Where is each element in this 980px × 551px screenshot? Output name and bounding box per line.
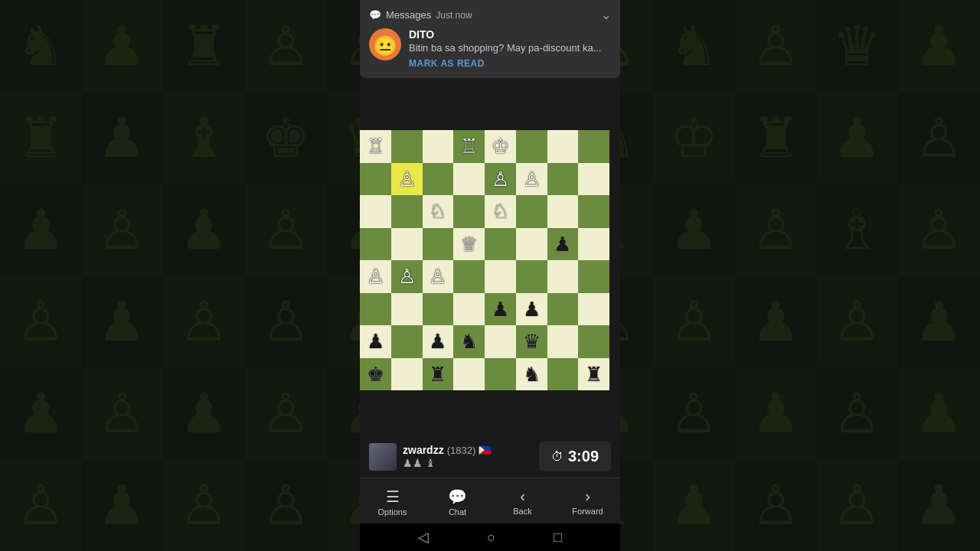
board-cell[interactable]: [485, 325, 516, 358]
mark-as-read-button[interactable]: MARK AS READ: [409, 58, 611, 69]
nav-chat[interactable]: 💬 Chat: [425, 487, 490, 517]
back-label: Back: [513, 507, 531, 516]
board-cell[interactable]: [578, 293, 609, 326]
board-cell[interactable]: ♟: [547, 228, 579, 261]
board-cell[interactable]: [485, 228, 516, 261]
board-cell[interactable]: [547, 260, 579, 293]
board-cell[interactable]: ♙: [485, 163, 516, 196]
board-cell[interactable]: ♛: [516, 325, 547, 358]
board-cell[interactable]: ♖: [360, 130, 391, 163]
nav-options[interactable]: ☰ Options: [360, 487, 425, 517]
board-cell[interactable]: [485, 260, 516, 293]
board-cell[interactable]: ♙: [391, 163, 423, 196]
board-cell[interactable]: [516, 195, 547, 228]
board-wrapper: ♖♖♔♙♙♙♘♘♕♟♙♙♙♟♟♟♟♞♛♚♜♞♜: [360, 130, 620, 390]
chess-piece: ♙: [429, 266, 446, 286]
board-cell[interactable]: [391, 358, 423, 391]
board-cell[interactable]: [391, 195, 423, 228]
board-cell[interactable]: [391, 130, 423, 163]
board-cell[interactable]: ♙: [360, 260, 391, 293]
notification-time: Just now: [436, 10, 472, 21]
board-cell[interactable]: ♟: [485, 293, 516, 326]
board-cell[interactable]: [360, 293, 391, 326]
avatar-face: 😐: [373, 36, 397, 56]
left-panel: [0, 0, 360, 551]
chess-piece: ♛: [523, 331, 541, 351]
chess-piece: ♕: [460, 234, 478, 254]
board-cell[interactable]: [547, 163, 579, 196]
board-cell[interactable]: ♙: [391, 260, 423, 293]
board-cell[interactable]: ♘: [423, 195, 454, 228]
system-home-button[interactable]: ○: [487, 530, 495, 546]
board-cell[interactable]: ♙: [516, 163, 547, 196]
chess-piece: ♖: [367, 136, 384, 156]
nav-forward[interactable]: › Forward: [555, 487, 620, 516]
board-cell[interactable]: ♖: [453, 130, 485, 163]
notification-content: DITO Bitin ba sa shopping? May pa-discou…: [409, 28, 611, 69]
board-cell[interactable]: [578, 260, 609, 293]
chess-piece: ♜: [429, 364, 446, 384]
board-cell[interactable]: ♘: [485, 195, 516, 228]
board-cell[interactable]: [453, 163, 485, 196]
timer-box: ⏱ 3:09: [539, 442, 611, 471]
board-cell[interactable]: ♚: [360, 358, 391, 391]
board-cell[interactable]: [547, 325, 579, 358]
board-cell[interactable]: [547, 358, 579, 391]
player-name: zwardzz: [403, 444, 444, 456]
chess-piece: ♙: [492, 169, 509, 189]
back-icon: ‹: [520, 487, 525, 505]
board-cell[interactable]: [578, 163, 609, 196]
notification-sender: DITO: [409, 28, 611, 41]
board-cell[interactable]: [485, 358, 516, 391]
board-cell[interactable]: ♟: [423, 325, 454, 358]
board-cell[interactable]: [453, 358, 485, 391]
board-cell[interactable]: ♟: [516, 293, 547, 326]
board-cell[interactable]: [516, 130, 547, 163]
options-icon: ☰: [386, 487, 400, 506]
board-cell[interactable]: [547, 195, 579, 228]
board-cell[interactable]: [423, 228, 454, 261]
board-cell[interactable]: ♔: [485, 130, 516, 163]
chess-piece: ♙: [398, 169, 416, 189]
board-cell[interactable]: [391, 293, 423, 326]
board-cell[interactable]: [453, 293, 485, 326]
board-cell[interactable]: [547, 293, 579, 326]
board-cell[interactable]: [578, 195, 609, 228]
board-cell[interactable]: ♕: [453, 228, 485, 261]
player-rating: (1832): [447, 445, 476, 456]
board-cell[interactable]: [391, 325, 423, 358]
board-cell[interactable]: ♞: [516, 358, 547, 391]
board-cell[interactable]: ♜: [578, 358, 609, 391]
board-cell[interactable]: [516, 228, 547, 261]
bottom-nav: ☰ Options 💬 Chat ‹ Back › Forward: [360, 478, 620, 523]
board-cell[interactable]: ♟: [360, 325, 391, 358]
board-cell[interactable]: [578, 130, 609, 163]
notification-area: 💬 Messages Just now ⌄ 😐 DITO Bitin ba sa…: [360, 0, 620, 78]
board-cell[interactable]: [391, 228, 423, 261]
system-recent-button[interactable]: □: [554, 530, 562, 546]
board-cell[interactable]: ♜: [423, 358, 454, 391]
board-cell[interactable]: [360, 163, 391, 196]
board-cell[interactable]: [360, 195, 391, 228]
system-back-button[interactable]: ◁: [418, 529, 429, 546]
chess-piece: ♖: [460, 136, 478, 156]
board-cell[interactable]: [453, 260, 485, 293]
board-cell[interactable]: ♙: [423, 260, 454, 293]
board-cell[interactable]: [423, 293, 454, 326]
chess-piece: ♘: [492, 201, 509, 221]
board-cell[interactable]: [578, 325, 609, 358]
board-cell[interactable]: [547, 130, 579, 163]
board-cell[interactable]: [423, 163, 454, 196]
board-cell[interactable]: [423, 130, 454, 163]
player-bar: zwardzz (1832) 🇵🇭 ♟♟ ♝ ⏱ 3:09: [360, 435, 620, 478]
board-cell[interactable]: [360, 228, 391, 261]
board-cell[interactable]: [516, 260, 547, 293]
forward-label: Forward: [572, 507, 603, 516]
board-cell[interactable]: [578, 228, 609, 261]
notification-app: Messages: [386, 9, 431, 21]
chess-piece: ♜: [585, 364, 603, 384]
board-cell[interactable]: [453, 195, 485, 228]
board-cell[interactable]: ♞: [453, 325, 485, 358]
nav-back[interactable]: ‹ Back: [490, 487, 555, 516]
chevron-down-icon[interactable]: ⌄: [601, 8, 611, 22]
